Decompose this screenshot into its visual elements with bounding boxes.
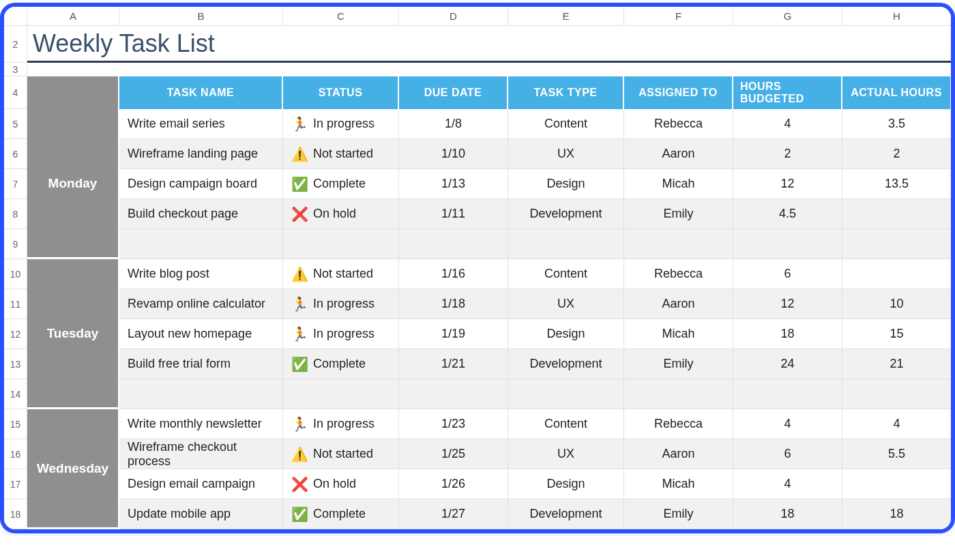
row-number[interactable]: 12 — [4, 319, 27, 349]
hours-budgeted-cell[interactable]: 12 — [733, 169, 842, 199]
row-number[interactable]: 11 — [4, 289, 27, 319]
due-date-cell[interactable]: 1/10 — [399, 139, 508, 169]
task-type-cell[interactable]: Development — [508, 199, 624, 229]
column-header[interactable]: D — [399, 7, 508, 26]
due-date-cell[interactable]: 1/27 — [399, 499, 508, 529]
task-name-cell[interactable]: Build free trial form — [119, 349, 283, 379]
task-name-cell[interactable]: Write email series — [119, 109, 283, 139]
due-date-cell[interactable]: 1/25 — [399, 439, 508, 469]
actual-hours-cell[interactable] — [842, 259, 952, 289]
task-type-cell[interactable]: Design — [508, 319, 624, 349]
task-name-cell[interactable]: Layout new homepage — [119, 319, 283, 349]
assigned-to-cell[interactable]: Emily — [624, 199, 733, 229]
task-name-cell[interactable]: Design campaign board — [119, 169, 283, 199]
assigned-to-cell[interactable]: Aaron — [624, 139, 733, 169]
task-type-cell[interactable]: UX — [508, 139, 624, 169]
assigned-to-cell[interactable]: Aaron — [624, 439, 733, 469]
task-type-cell[interactable]: Content — [508, 109, 624, 139]
task-type-cell[interactable]: Development — [508, 349, 624, 379]
task-name-cell[interactable]: Write blog post — [119, 259, 283, 289]
due-date-cell[interactable]: 1/21 — [399, 349, 508, 379]
assigned-to-cell[interactable]: Emily — [624, 499, 733, 529]
column-header-actual-hours[interactable]: ACTUAL HOURS — [842, 76, 952, 109]
actual-hours-cell[interactable]: 4 — [842, 409, 952, 439]
task-type-cell[interactable]: Content — [508, 259, 624, 289]
row-number[interactable]: 9 — [4, 229, 27, 259]
actual-hours-cell[interactable]: 5.5 — [842, 439, 952, 469]
status-cell[interactable]: 🏃In progress — [283, 409, 399, 439]
status-cell[interactable]: ❌On hold — [283, 469, 399, 499]
assigned-to-cell[interactable]: Rebecca — [624, 259, 733, 289]
row-number[interactable]: 13 — [4, 349, 27, 379]
due-date-cell[interactable]: 1/13 — [399, 169, 508, 199]
assigned-to-cell[interactable]: Emily — [624, 349, 733, 379]
task-name-cell[interactable]: Wireframe checkout process — [119, 439, 283, 469]
assigned-to-cell[interactable]: Micah — [624, 469, 733, 499]
column-header-due-date[interactable]: DUE DATE — [399, 76, 508, 109]
row-number[interactable]: 14 — [4, 379, 27, 409]
actual-hours-cell[interactable]: 21 — [842, 349, 952, 379]
status-cell[interactable]: 🏃In progress — [283, 289, 399, 319]
row-number[interactable]: 5 — [4, 109, 27, 139]
hours-budgeted-cell[interactable]: 18 — [733, 499, 842, 529]
spreadsheet-grid[interactable]: ABCDEFGH2Weekly Task List34TASK NAMESTAT… — [4, 7, 951, 529]
status-cell[interactable]: ⚠️Not started — [283, 439, 399, 469]
row-number[interactable]: 17 — [4, 469, 27, 499]
status-cell[interactable]: ✅Complete — [283, 499, 399, 529]
column-header[interactable]: C — [283, 7, 399, 26]
column-header[interactable]: A — [27, 7, 119, 26]
task-type-cell[interactable]: Design — [508, 469, 624, 499]
assigned-to-cell[interactable]: Rebecca — [624, 409, 733, 439]
task-name-cell[interactable]: Write monthly newsletter — [119, 409, 283, 439]
task-name-cell[interactable]: Revamp online calculator — [119, 289, 283, 319]
hours-budgeted-cell[interactable]: 18 — [733, 319, 842, 349]
task-name-cell[interactable]: Build checkout page — [119, 199, 283, 229]
task-name-cell[interactable]: Update mobile app — [119, 499, 283, 529]
due-date-cell[interactable]: 1/19 — [399, 319, 508, 349]
due-date-cell[interactable]: 1/26 — [399, 469, 508, 499]
row-number[interactable]: 6 — [4, 139, 27, 169]
hours-budgeted-cell[interactable]: 4 — [733, 109, 842, 139]
row-number[interactable]: 16 — [4, 439, 27, 469]
hours-budgeted-cell[interactable]: 2 — [733, 139, 842, 169]
row-number[interactable]: 4 — [4, 76, 27, 109]
hours-budgeted-cell[interactable]: 6 — [733, 439, 842, 469]
actual-hours-cell[interactable]: 13.5 — [842, 169, 952, 199]
column-header[interactable]: B — [119, 7, 283, 26]
row-number[interactable]: 7 — [4, 169, 27, 199]
column-header-assigned-to[interactable]: ASSIGNED TO — [624, 76, 733, 109]
status-cell[interactable]: ⚠️Not started — [283, 139, 399, 169]
actual-hours-cell[interactable]: 2 — [842, 139, 952, 169]
due-date-cell[interactable]: 1/8 — [399, 109, 508, 139]
status-cell[interactable]: ⚠️Not started — [283, 259, 399, 289]
due-date-cell[interactable]: 1/23 — [399, 409, 508, 439]
hours-budgeted-cell[interactable]: 12 — [733, 289, 842, 319]
task-name-cell[interactable]: Design email campaign — [119, 469, 283, 499]
task-name-cell[interactable]: Wireframe landing page — [119, 139, 283, 169]
column-header-status[interactable]: STATUS — [283, 76, 399, 109]
task-type-cell[interactable]: Design — [508, 169, 624, 199]
column-header[interactable]: E — [508, 7, 624, 26]
assigned-to-cell[interactable]: Micah — [624, 319, 733, 349]
status-cell[interactable]: ❌On hold — [283, 199, 399, 229]
hours-budgeted-cell[interactable]: 4 — [733, 469, 842, 499]
column-header[interactable]: H — [842, 7, 952, 26]
column-header-hours-budgeted[interactable]: HOURS BUDGETED — [733, 76, 842, 109]
hours-budgeted-cell[interactable]: 4.5 — [733, 199, 842, 229]
assigned-to-cell[interactable]: Aaron — [624, 289, 733, 319]
task-type-cell[interactable]: UX — [508, 289, 624, 319]
row-number[interactable]: 15 — [4, 409, 27, 439]
row-number[interactable]: 18 — [4, 499, 27, 529]
column-header[interactable]: G — [733, 7, 842, 26]
row-number[interactable]: 3 — [4, 63, 27, 76]
row-number[interactable]: 2 — [4, 26, 27, 63]
assigned-to-cell[interactable]: Rebecca — [624, 109, 733, 139]
actual-hours-cell[interactable]: 3.5 — [842, 109, 952, 139]
actual-hours-cell[interactable]: 10 — [842, 289, 952, 319]
due-date-cell[interactable]: 1/16 — [399, 259, 508, 289]
column-header-task-name[interactable]: TASK NAME — [119, 76, 283, 109]
hours-budgeted-cell[interactable]: 4 — [733, 409, 842, 439]
task-type-cell[interactable]: UX — [508, 439, 624, 469]
actual-hours-cell[interactable] — [842, 199, 952, 229]
column-header-task-type[interactable]: TASK TYPE — [508, 76, 624, 109]
